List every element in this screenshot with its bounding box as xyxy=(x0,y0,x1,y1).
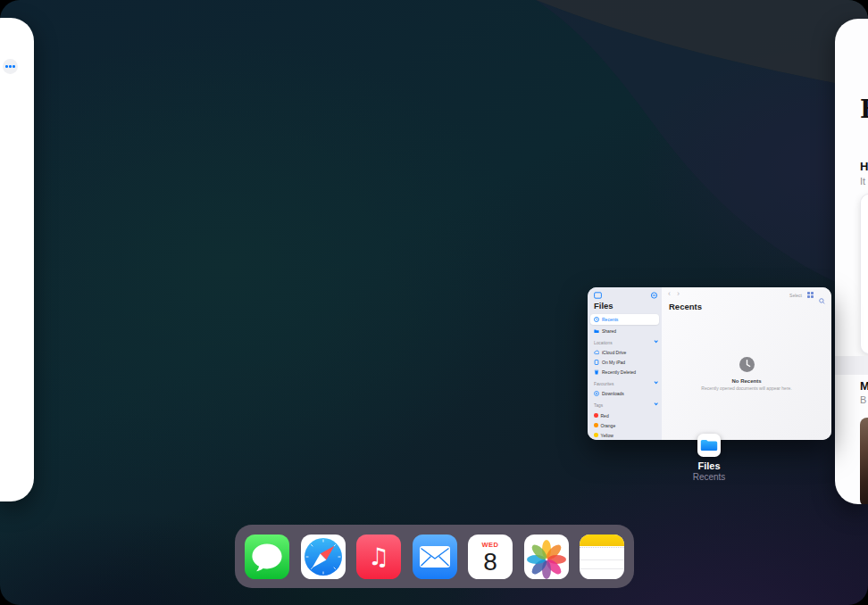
notes-dotted-line xyxy=(580,547,624,548)
flower-icon xyxy=(524,537,569,579)
download-circle-icon xyxy=(594,391,599,396)
trash-icon xyxy=(594,369,599,375)
shared-folder-icon xyxy=(594,328,599,334)
ipad-icon xyxy=(594,360,599,365)
sidebar-item-label: Orange xyxy=(601,423,616,428)
sidebar-item-label: Shared xyxy=(602,328,616,334)
files-app-icon[interactable] xyxy=(697,434,721,457)
clock-icon xyxy=(594,317,599,322)
dock-icon-safari[interactable] xyxy=(301,535,346,579)
dock-icon-music[interactable]: ♫ xyxy=(356,535,401,579)
sidebar-item-tag-red[interactable]: Red xyxy=(590,410,659,420)
ipad-screen: B H It M B Files Recents Shared Location… xyxy=(0,0,868,605)
section-label: Favourites xyxy=(594,382,613,386)
files-content-area: ‹ › Select Recents No Recents Recently o… xyxy=(662,287,831,440)
cloud-icon xyxy=(594,350,599,355)
left-app-panel[interactable] xyxy=(0,18,34,501)
sidebar-item-shared[interactable]: Shared xyxy=(590,326,659,336)
section-label: Tags xyxy=(594,403,603,408)
sidebar-item-label: iCloud Drive xyxy=(602,350,626,355)
notes-line xyxy=(580,568,624,570)
dock-icon-mail[interactable] xyxy=(413,535,457,579)
section-subtitle: It xyxy=(860,176,865,186)
notes-yellow-band xyxy=(580,535,624,546)
sidebar-item-label: On My iPad xyxy=(602,360,625,365)
search-icon[interactable] xyxy=(819,292,825,308)
chevron-down-icon xyxy=(654,339,658,344)
notes-line xyxy=(580,559,624,561)
chevron-down-icon xyxy=(654,380,658,385)
sidebar-item-label: Red xyxy=(601,413,609,419)
clock-icon xyxy=(739,357,755,372)
dock-icon-calendar[interactable]: WED 8 xyxy=(468,535,513,579)
tag-color-dot xyxy=(594,423,598,427)
dock: ♫ WED 8 xyxy=(235,525,634,588)
app-name: Files xyxy=(664,460,754,471)
right-app-panel[interactable]: B H It M B xyxy=(835,19,868,504)
sidebar-item-label: Recents xyxy=(602,317,618,322)
folder-icon xyxy=(697,434,721,457)
dock-icon-photos[interactable] xyxy=(524,535,569,579)
sidebar-section-locations[interactable]: Locations xyxy=(594,339,657,346)
chevron-down-icon xyxy=(654,402,658,406)
photo-thumbnail[interactable] xyxy=(860,418,868,504)
ellipsis-icon xyxy=(9,65,12,68)
forward-button[interactable]: › xyxy=(677,290,680,298)
ellipsis-icon xyxy=(13,65,15,68)
calendar-day: 8 xyxy=(468,550,513,575)
empty-message: Recently opened documents will appear he… xyxy=(662,385,831,391)
more-options-button[interactable] xyxy=(3,59,18,74)
speech-bubble-icon xyxy=(245,535,289,579)
content-title: Recents xyxy=(669,302,702,311)
compass-icon xyxy=(301,535,346,579)
section-subtitle: B xyxy=(860,394,866,405)
tag-color-dot xyxy=(594,433,598,437)
sidebar-item-on-my-ipad[interactable]: On My iPad xyxy=(590,357,659,367)
section-title: H xyxy=(860,160,868,173)
sidebar-item-label: Recently Deleted xyxy=(602,369,636,375)
sidebar-toggle-icon[interactable] xyxy=(594,292,602,299)
sidebar-item-tag-yellow[interactable]: Yellow xyxy=(590,430,659,440)
files-app-thumbnail-label[interactable]: Files Recents xyxy=(664,434,754,482)
app-window-subtitle: Recents xyxy=(664,472,754,482)
dock-icon-messages[interactable] xyxy=(245,535,289,579)
files-sidebar: Files Recents Shared Locations iCloud Dr… xyxy=(588,287,662,440)
back-button[interactable]: ‹ xyxy=(668,290,671,298)
sidebar-section-favourites[interactable]: Favourites xyxy=(594,380,657,387)
hide-sidebar-icon[interactable] xyxy=(650,292,658,299)
section-title: M xyxy=(860,379,868,393)
ellipsis-icon xyxy=(5,65,8,68)
sidebar-item-recents[interactable]: Recents xyxy=(590,314,659,325)
envelope-icon xyxy=(419,545,451,568)
empty-title: No Recents xyxy=(662,378,831,384)
sidebar-item-label: Downloads xyxy=(602,391,624,396)
empty-state: No Recents Recently opened documents wil… xyxy=(662,357,831,391)
select-button[interactable]: Select xyxy=(789,293,802,298)
section-label: Locations xyxy=(594,341,613,345)
sidebar-item-downloads[interactable]: Downloads xyxy=(590,388,659,398)
dock-icon-notes[interactable] xyxy=(580,535,624,579)
tag-color-dot xyxy=(594,413,598,418)
music-note-icon: ♫ xyxy=(368,544,389,568)
sidebar-item-recently-deleted[interactable]: Recently Deleted xyxy=(590,367,659,377)
sidebar-item-icloud-drive[interactable]: iCloud Drive xyxy=(590,347,659,357)
sidebar-item-tag-orange[interactable]: Orange xyxy=(590,420,659,430)
view-grid-icon[interactable] xyxy=(807,292,814,298)
section-divider xyxy=(835,356,868,375)
sidebar-section-tags[interactable]: Tags xyxy=(594,402,657,409)
sidebar-title: Files xyxy=(594,301,613,311)
sidebar-item-label: Yellow xyxy=(601,433,613,438)
files-window[interactable]: Files Recents Shared Locations iCloud Dr… xyxy=(588,287,831,440)
page-title: B xyxy=(860,95,868,123)
content-card[interactable] xyxy=(860,194,868,354)
